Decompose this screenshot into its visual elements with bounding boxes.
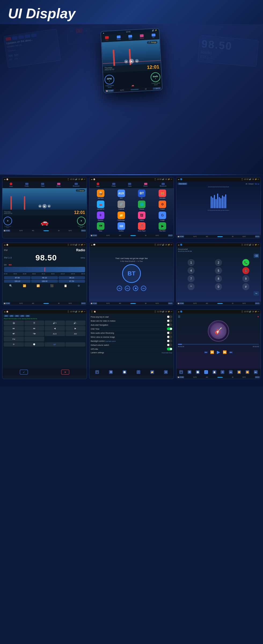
nav-bt-1[interactable]: Bluetooth <box>73 183 79 187</box>
key-4[interactable]: 4 <box>188 267 195 274</box>
bt-prev[interactable]: ⏮ <box>117 286 122 291</box>
sw-clock[interactable]: 🕐 <box>24 342 45 347</box>
bt-music-content: That I can't keep out got me singin' lik… <box>89 247 174 302</box>
app-maps[interactable]: 🗺 Maps <box>91 222 111 232</box>
status-bar-8: 📱 🏠 📱 11:59 🔊 18 ⚡ ↩ <box>89 310 174 314</box>
music-icon-note[interactable]: 🎵 <box>204 370 208 374</box>
sw-fm[interactable]: FM <box>4 337 24 341</box>
key-call[interactable]: 📞 <box>242 259 249 266</box>
music-total: 00:00:00 <box>253 346 259 347</box>
app-files[interactable]: 📁 FileManager <box>111 212 131 222</box>
app-playstore[interactable]: ▶ Play Store <box>152 222 172 232</box>
nav-radio-2[interactable]: Radio <box>112 183 116 187</box>
sw-gear[interactable]: ⚙ <box>4 342 24 347</box>
key-1[interactable]: 1 <box>188 259 195 266</box>
key-9[interactable]: 9 <box>242 275 249 282</box>
music-ff[interactable]: ⏩ <box>223 350 227 354</box>
bottom-control-4: 🏠 HOME 0.0°C A/C 18 0.0°C BACK <box>2 302 87 305</box>
app-mcxkey[interactable]: ⌨ mcxKey <box>111 222 131 232</box>
bt-label: BT <box>127 270 135 277</box>
icon-phone[interactable]: 📱 <box>95 370 99 374</box>
music-play[interactable]: ▶ <box>217 350 220 355</box>
eq-all[interactable]: All <box>246 183 247 185</box>
key-end[interactable]: 📵 <box>242 267 249 274</box>
music-icon-next[interactable]: ⏭ <box>254 370 258 374</box>
nav-navi-1[interactable]: Navi <box>9 183 13 187</box>
back-label-4[interactable]: BACK <box>81 302 86 304</box>
key-0[interactable]: 0 <box>215 283 222 290</box>
sw-am[interactable]: AM <box>65 331 86 336</box>
app-control[interactable]: ⚙ Control <box>152 201 172 211</box>
app-chrome[interactable]: 🌐 Chrome <box>132 201 152 211</box>
sw-seek-next[interactable]: ⏭ <box>24 326 45 331</box>
music-icon-phone[interactable]: 📱 <box>179 370 183 374</box>
app-carbitlink[interactable]: 🔗 CarbitLink <box>111 201 131 211</box>
app-gallery[interactable]: 🖼 Gallery <box>132 212 152 222</box>
sw-left[interactable]: ◀ <box>45 326 65 331</box>
app-calc[interactable]: 🧮 Calculator <box>152 190 172 200</box>
key-8[interactable]: 8 <box>215 275 222 282</box>
app-music[interactable]: 🎵 Music Player <box>132 222 152 232</box>
app-store[interactable]: 📦 App Store <box>91 190 111 200</box>
sw-vol-up[interactable]: 🔊+ <box>45 321 65 325</box>
app-google[interactable]: G Google <box>152 212 172 222</box>
music-icon-ff[interactable]: ⏩ <box>246 370 249 374</box>
bt-next[interactable]: ⏭ <box>141 286 146 291</box>
sw-k-plus[interactable]: ◀K <box>4 331 24 336</box>
sw-bt[interactable]: BT <box>45 342 65 347</box>
icon-music[interactable]: 🎵 <box>137 370 140 374</box>
x-button[interactable]: ✕ <box>61 370 69 374</box>
icon-files[interactable]: 📁 <box>150 370 154 374</box>
nav-music-1[interactable]: Music <box>57 183 61 187</box>
eq-preset[interactable]: Standard <box>178 183 187 185</box>
sw-aux[interactable]: AUX <box>45 331 65 336</box>
music-next[interactable]: ⏭ <box>229 350 233 354</box>
music-rew[interactable]: ⏪ <box>210 350 214 354</box>
bt-stop[interactable]: ⏹ <box>133 286 138 291</box>
music-icon-clock[interactable]: 🕐 <box>196 370 200 374</box>
icon-image[interactable]: 🖼 <box>109 370 113 374</box>
back-label-9[interactable]: BACK <box>255 376 260 378</box>
music-prev[interactable]: ⏮ <box>204 350 207 354</box>
sw-power[interactable]: ⏻ <box>4 321 24 325</box>
nav-apps-1[interactable]: Apps <box>41 183 45 187</box>
music-icon-rew[interactable]: ⏪ <box>237 370 241 374</box>
card-radio: ☁ 🏠 📱 12:03 🔊 18 ⚡ ↩ FM Radio FM 1-3 98.… <box>2 243 87 305</box>
eq-setup[interactable]: Set up <box>255 183 259 185</box>
app-carlink[interactable]: 🚗 Car Link 2.0 <box>91 201 111 211</box>
sw-seek-prev[interactable]: ⏮ <box>4 326 24 331</box>
bottom-control-2: 🏠 HOME 0.0°C A/C 10 0.0°C BACK <box>89 234 174 237</box>
icon-clock[interactable]: 🕐 <box>123 370 126 374</box>
music-icon-gear[interactable]: ⚙ <box>221 370 224 374</box>
icon-gear[interactable]: ⚙ <box>164 370 168 374</box>
nav-strip-2: Navi Radio Apps Music Bluetooth <box>89 181 174 188</box>
gauges-row: 0 Engine speed0r/min 🚗 0 Current speed0k… <box>2 216 87 229</box>
sw-vol-dn[interactable]: 🔊- <box>65 321 86 325</box>
app-bt[interactable]: BT BT <box>132 190 152 200</box>
nav-bt-2[interactable]: Bluetooth <box>160 183 166 187</box>
nav-music-2[interactable]: Music <box>144 183 148 187</box>
phone-extra[interactable]: ↪ <box>254 291 259 296</box>
key-7[interactable]: 7 <box>188 275 195 282</box>
music-icon-prev[interactable]: ⏮ <box>229 370 233 374</box>
key-star[interactable]: * <box>188 283 195 290</box>
key-2[interactable]: 2 <box>215 259 222 266</box>
sw-k-minus[interactable]: K▶ <box>24 331 45 336</box>
radio-channel: FM 1-3 <box>4 256 12 259</box>
nav-apps-2[interactable]: Apps <box>128 183 132 187</box>
key-5[interactable]: 5 <box>215 267 222 274</box>
bottom-control-3: 🏠 HOME 0.0°C A/C 18 0.0°C BACK <box>176 235 261 238</box>
key-hash[interactable]: # <box>242 283 249 290</box>
app-aux[interactable]: AUX AUX <box>111 190 131 200</box>
sw-right[interactable]: ▶ <box>65 326 86 331</box>
music-icon-list[interactable]: 📋 <box>213 370 216 374</box>
eq-default[interactable]: Default <box>249 183 254 185</box>
nav-navi-2[interactable]: Navi <box>96 183 100 187</box>
setting-mute: Mute audio when Reversing <box>91 331 172 335</box>
app-eq[interactable]: 🎚 Equalizer <box>91 212 111 222</box>
sw-menu[interactable]: ☰ <box>24 321 45 325</box>
check-button[interactable]: ✓ <box>20 370 28 374</box>
music-icon-image[interactable]: 🖼 <box>188 370 191 374</box>
bt-play[interactable]: ⏭ <box>125 286 130 291</box>
nav-radio-1[interactable]: Radio <box>25 183 29 187</box>
